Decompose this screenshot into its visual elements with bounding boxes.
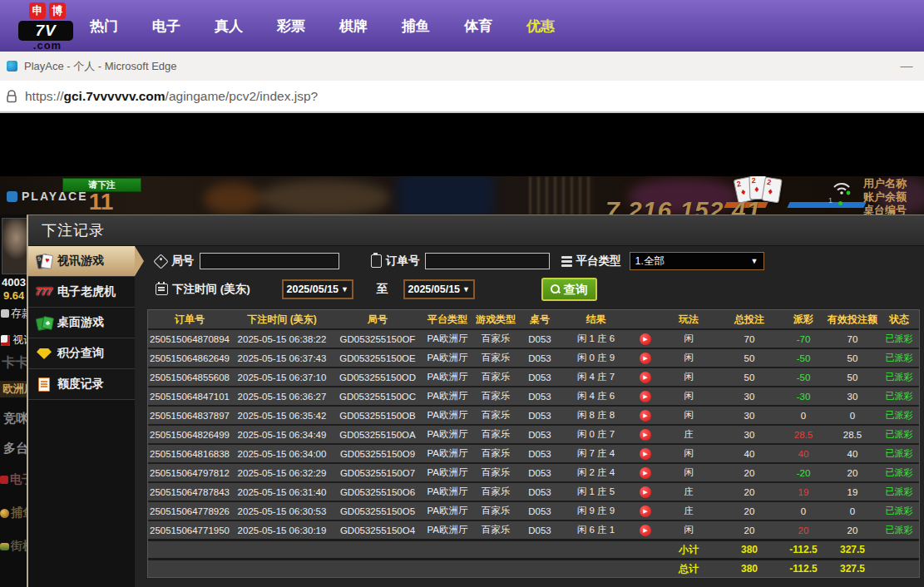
nav-item[interactable]: 真人 [215,17,243,36]
modal-title: 下注记录 [42,220,105,240]
site-logo[interactable]: 申 博 7V .com [18,2,77,51]
column-header: 局号 [333,310,422,328]
order-label: 订单号 [386,254,420,269]
cell-play: 庄 [660,426,718,443]
cell-total: 30 [718,407,781,424]
play-button[interactable]: ▶ [640,429,651,441]
column-header: 玩法 [660,310,718,328]
modal-header: 下注记录 [28,215,924,246]
cell-payout: -20 [781,464,826,481]
cell-valid: 28.5 [826,426,879,443]
menu-item-quota[interactable]: 额度记录 [28,369,135,400]
column-header: 有效投注额 [826,310,879,328]
play-button[interactable]: ▶ [640,525,651,536]
cell-play: 闲 [660,330,718,348]
query-button[interactable]: 查询 [541,278,597,301]
window-title: PlayAce - 个人 - Microsoft Edge [24,59,177,74]
black-band [0,113,924,176]
table-row: 2505150648264992025-05-15 06:34:49GD0532… [148,424,919,443]
slot-777-icon: 777 [36,284,52,299]
round-input[interactable] [200,253,339,269]
lobby-fragment: 街机电玩 [0,539,27,554]
summary-empty-cell [561,541,631,558]
play-button[interactable]: ▶ [640,353,651,364]
play-button[interactable]: ▶ [640,506,651,517]
cell-total: 30 [718,387,781,405]
play-button[interactable]: ▶ [640,391,651,402]
cell-play: 闲 [660,521,718,539]
lock-icon[interactable] [6,90,17,103]
play-button[interactable]: ▶ [640,467,651,479]
cell-table_no: D053 [519,368,561,386]
browser-urlbar: https://gci.7vvvvvv.com/agingame/pcv2/in… [0,81,924,113]
nav-item[interactable]: 优惠 [526,17,555,36]
nav-item[interactable]: 彩票 [277,17,305,36]
nav-item[interactable]: 热门 [90,17,118,36]
nav-item[interactable]: 捕鱼 [402,17,430,36]
cell-game: 百家乐 [472,502,519,520]
play-button[interactable]: ▶ [640,372,651,383]
cell-order: 250515064847101 [148,387,231,405]
cell-table_no: D053 [519,445,561,462]
table-row: 2505150648626492025-05-15 06:37:43GD0532… [148,348,919,367]
cell-play: 闲 [660,349,718,367]
menu-label: 电子老虎机 [57,284,116,299]
edge-favicon-icon [7,61,17,72]
replay-cell: ▶ [631,387,660,405]
date-to-picker[interactable]: 2025/05/15 [403,279,475,299]
platform-select[interactable]: 1.全部 [630,252,764,270]
summary-empty-cell [422,541,472,558]
nav-item[interactable]: 棋牌 [339,17,368,36]
nav-item[interactable]: 体育 [464,17,492,36]
lobby-fragment-label: 欧洲厅 [2,382,27,397]
column-header: 结果 [561,310,631,328]
summary-valid: 327.5 [826,560,879,577]
menu-label: 视讯游戏 [57,254,104,269]
cell-play: 闲 [660,464,718,481]
cell-payout: -30 [781,387,826,405]
cell-round: GD053255150OE [333,349,422,367]
cell-table_no: D053 [519,426,561,443]
summary-empty-cell [333,541,422,558]
menu-item-slots[interactable]: 777 电子老虎机 [28,277,135,308]
cell-platform: PA欧洲厅 [422,502,472,520]
cell-valid: 0 [826,502,879,520]
points-gem-icon [36,346,52,361]
menu-item-table-games[interactable]: ♣ 桌面游戏 [28,308,135,338]
records-table-body: 2505150648708942025-05-15 06:38:22GD0532… [148,328,919,539]
url-input[interactable]: https://gci.7vvvvvv.com/agingame/pcv2/in… [25,89,318,104]
column-header: 派彩 [781,310,826,328]
date-from-value: 2025/05/15 [287,284,339,295]
cell-valid: 19 [826,483,879,501]
cell-total: 20 [718,464,781,481]
replay-cell: ▶ [631,502,660,520]
site-header: 申 博 7V .com 热门电子真人彩票棋牌捕鱼体育优惠 [0,0,924,52]
nav-item[interactable]: 电子 [152,17,180,36]
play-button[interactable]: ▶ [640,448,651,460]
menu-item-points[interactable]: 积分查询 [28,338,135,369]
cell-round: GD053255150O5 [333,502,422,520]
play-button[interactable]: ▶ [640,410,651,422]
platform-selected-value: 1.全部 [635,254,751,269]
minimize-button[interactable]: — [897,58,916,75]
cell-payout: 20 [781,521,826,539]
menu-item-video-games[interactable]: 9♥ 视讯游戏 [28,246,135,277]
play-button[interactable]: ▶ [640,486,651,498]
play-button[interactable]: ▶ [640,333,651,345]
wifi-icon [832,179,852,199]
order-input[interactable] [425,253,550,269]
cell-platform: PA欧洲厅 [422,483,472,501]
lobby-fragment-label: 4003 [2,276,26,289]
column-header: 订单号 [148,310,231,328]
date-from-picker[interactable]: 2025/05/15 [282,279,353,299]
bet-countdown: 11 [62,189,140,215]
summary-empty-cell [631,560,660,577]
cell-game: 百家乐 [472,426,519,443]
cell-time: 2025-05-15 06:35:42 [231,407,333,424]
modal-content: 局号 订单号 平台类型 1.全部 下注时间 (美东) 2025/05/15 至 [135,246,924,587]
summary-empty-cell [519,560,561,577]
cell-game: 百家乐 [472,330,519,348]
column-header: 状态 [879,310,919,328]
cell-status: 已派彩 [879,349,919,367]
card-suit-icon: ♦ [740,186,747,197]
